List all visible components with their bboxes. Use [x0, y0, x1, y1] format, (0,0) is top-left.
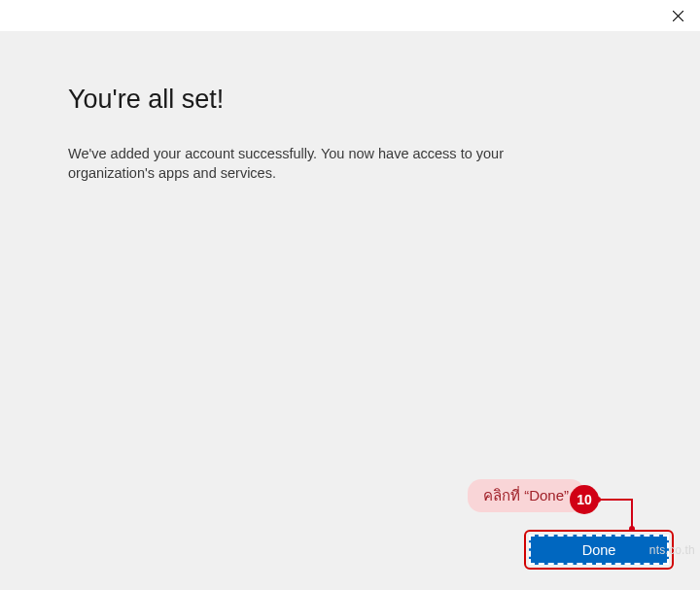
step-badge: 10	[570, 485, 599, 514]
titlebar	[0, 0, 700, 31]
dialog-content: You're all set! We've added your account…	[0, 31, 700, 590]
instruction-bubble: คลิกที่ “Done”	[468, 479, 584, 512]
step-number: 10	[577, 492, 592, 507]
instruction-text: คลิกที่ “Done”	[483, 484, 569, 507]
connector-line-horizontal	[595, 499, 632, 501]
connector-dot	[629, 526, 635, 532]
page-title: You're all set!	[68, 85, 632, 115]
watermark: nts.co.th	[649, 543, 695, 557]
done-button[interactable]: Done	[529, 535, 669, 565]
close-icon	[673, 11, 683, 21]
close-button[interactable]	[656, 1, 700, 30]
body-text: We've added your account successfully. Y…	[68, 144, 593, 184]
